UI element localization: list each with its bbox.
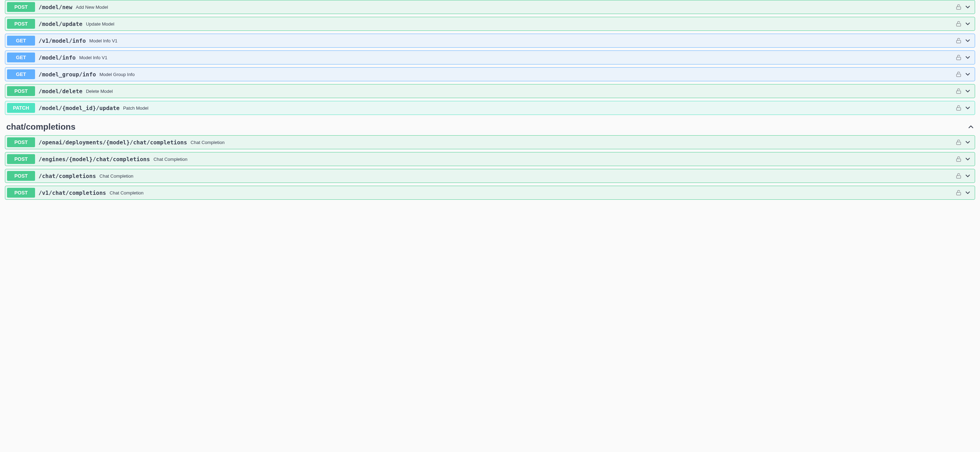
- lock-icon[interactable]: [955, 88, 962, 95]
- endpoint-row[interactable]: POST/engines/{model}/chat/completionsCha…: [5, 152, 975, 166]
- endpoint-path: /model/info: [38, 54, 76, 61]
- endpoint-row[interactable]: POST/v1/chat/completionsChat Completion: [5, 186, 975, 200]
- chevron-down-icon[interactable]: [964, 20, 971, 27]
- chevron-down-icon[interactable]: [964, 71, 971, 78]
- svg-rect-4: [956, 74, 961, 77]
- lock-icon[interactable]: [955, 71, 962, 78]
- chevron-down-icon[interactable]: [964, 189, 971, 196]
- endpoint-summary: Model Info V1: [79, 55, 107, 60]
- endpoint-path: /model/new: [38, 4, 72, 11]
- endpoint-summary: Add New Model: [76, 5, 108, 10]
- endpoint-summary: Update Model: [86, 21, 114, 27]
- method-badge: GET: [7, 53, 35, 62]
- lock-icon[interactable]: [955, 104, 962, 111]
- chevron-down-icon[interactable]: [964, 139, 971, 146]
- endpoint-summary: Patch Model: [123, 105, 148, 111]
- chevron-down-icon[interactable]: [964, 104, 971, 111]
- endpoint-row[interactable]: PATCH/model/{model_id}/updatePatch Model: [5, 101, 975, 115]
- lock-icon[interactable]: [955, 54, 962, 61]
- method-badge: POST: [7, 86, 35, 96]
- endpoint-path: /model_group/info: [38, 71, 96, 78]
- svg-rect-5: [956, 91, 961, 94]
- method-badge: PATCH: [7, 103, 35, 113]
- lock-icon[interactable]: [955, 189, 962, 196]
- endpoint-path: /model/update: [38, 21, 83, 27]
- chevron-down-icon[interactable]: [964, 88, 971, 95]
- endpoint-summary: Model Group Info: [100, 72, 135, 77]
- svg-rect-2: [956, 40, 961, 43]
- method-badge: POST: [7, 188, 35, 197]
- chevron-up-icon[interactable]: [967, 123, 975, 131]
- lock-icon[interactable]: [955, 3, 962, 11]
- chevron-down-icon[interactable]: [964, 172, 971, 180]
- chevron-down-icon[interactable]: [964, 37, 971, 44]
- endpoint-row[interactable]: GET/model_group/infoModel Group Info: [5, 67, 975, 81]
- chevron-down-icon[interactable]: [964, 156, 971, 162]
- endpoint-row[interactable]: GET/v1/model/infoModel Info V1: [5, 33, 975, 48]
- endpoint-summary: Chat Completion: [154, 157, 188, 162]
- svg-rect-1: [956, 24, 961, 26]
- endpoint-summary: Delete Model: [86, 89, 113, 94]
- chevron-down-icon[interactable]: [964, 3, 971, 11]
- endpoint-path: /model/delete: [38, 88, 83, 95]
- endpoint-summary: Chat Completion: [191, 140, 225, 145]
- method-badge: POST: [7, 19, 35, 29]
- endpoint-row[interactable]: POST/chat/completionsChat Completion: [5, 169, 975, 183]
- method-badge: POST: [7, 2, 35, 12]
- endpoint-row[interactable]: GET/model/infoModel Info V1: [5, 51, 975, 64]
- svg-rect-0: [956, 6, 961, 10]
- endpoint-row[interactable]: POST/model/deleteDelete Model: [5, 84, 975, 98]
- lock-icon[interactable]: [955, 37, 962, 44]
- endpoint-row[interactable]: POST/openai/deployments/{model}/chat/com…: [5, 135, 975, 149]
- chevron-down-icon[interactable]: [964, 54, 971, 61]
- method-badge: POST: [7, 154, 35, 164]
- endpoint-summary: Chat Completion: [110, 190, 144, 196]
- svg-rect-6: [956, 108, 961, 110]
- section-title: chat/completions: [6, 122, 75, 132]
- svg-rect-3: [956, 57, 961, 60]
- method-badge: GET: [7, 36, 35, 46]
- method-badge: GET: [7, 69, 35, 79]
- endpoint-path: /v1/chat/completions: [38, 189, 106, 196]
- lock-icon[interactable]: [955, 156, 962, 162]
- svg-rect-7: [956, 142, 961, 145]
- method-badge: POST: [7, 171, 35, 181]
- lock-icon[interactable]: [955, 139, 962, 146]
- endpoint-row[interactable]: POST/model/updateUpdate Model: [5, 17, 975, 31]
- endpoint-path: /model/{model_id}/update: [38, 105, 119, 111]
- endpoint-path: /chat/completions: [38, 173, 96, 180]
- method-badge: POST: [7, 137, 35, 147]
- endpoint-summary: Chat Completion: [100, 173, 134, 179]
- section-header[interactable]: chat/completions: [6, 122, 975, 132]
- endpoint-row[interactable]: POST/model/newAdd New Model: [5, 0, 975, 14]
- endpoint-path: /engines/{model}/chat/completions: [38, 156, 150, 162]
- endpoint-path: /openai/deployments/{model}/chat/complet…: [38, 139, 187, 146]
- svg-rect-8: [956, 159, 961, 162]
- endpoint-path: /v1/model/info: [38, 38, 86, 44]
- svg-rect-10: [956, 193, 961, 195]
- lock-icon[interactable]: [955, 20, 962, 27]
- lock-icon[interactable]: [955, 172, 962, 180]
- endpoint-summary: Model Info V1: [89, 38, 118, 43]
- svg-rect-9: [956, 175, 961, 178]
